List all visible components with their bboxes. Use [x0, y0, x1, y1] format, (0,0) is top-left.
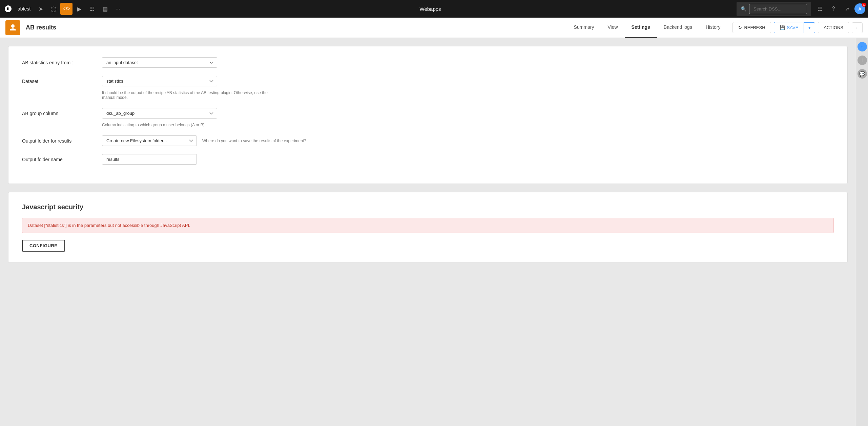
- ab-statistics-select[interactable]: an input dataset: [102, 57, 217, 68]
- webapp-title: Webapps: [420, 6, 441, 12]
- ab-statistics-field: an input dataset: [102, 57, 217, 68]
- dataset-label: Dataset: [22, 76, 97, 84]
- refresh-icon: ↻: [738, 25, 742, 30]
- tab-settings[interactable]: Settings: [625, 18, 657, 38]
- search-icon: 🔍: [741, 6, 746, 12]
- ab-group-label: AB group column: [22, 108, 97, 116]
- sidebar-info-icon[interactable]: i: [857, 56, 867, 65]
- app-icon: [5, 20, 20, 35]
- configure-button[interactable]: CONFIGURE: [22, 240, 65, 252]
- search-bar[interactable]: 🔍: [737, 2, 811, 16]
- refresh-button[interactable]: ↻ REFRESH: [732, 22, 771, 33]
- security-alert: Dataset ["statistics"] is in the paramet…: [22, 218, 834, 233]
- nav-icon-deploy[interactable]: ☷: [86, 3, 98, 15]
- sidebar-chat-icon[interactable]: 💬: [857, 69, 867, 79]
- tab-history[interactable]: History: [699, 18, 727, 38]
- save-button[interactable]: 💾 SAVE: [774, 22, 804, 33]
- top-nav: abtest ➤ ◯ </> ▶ ☷ ▤ ⋯ Webapps 🔍 ☷ ? ➚ A…: [0, 0, 868, 18]
- output-folder-row: Output folder for results Create new Fil…: [22, 135, 834, 146]
- header-bar: AB results Summary View Settings Backend…: [0, 18, 868, 38]
- dataset-row: Dataset statistics It should be the outp…: [22, 76, 834, 100]
- dataset-hint: It should be the output of the recipe AB…: [102, 88, 271, 100]
- sidebar-add-icon[interactable]: +: [857, 42, 867, 51]
- nav-icon-refresh[interactable]: ◯: [47, 3, 60, 15]
- output-folder-label: Output folder for results: [22, 135, 97, 144]
- tab-backend-logs[interactable]: Backend logs: [657, 18, 699, 38]
- header-actions: ↻ REFRESH 💾 SAVE ▼ ACTIONS ←: [732, 22, 863, 33]
- notification-badge: 1: [862, 3, 866, 7]
- nav-icon-more[interactable]: ⋯: [112, 3, 124, 15]
- content-area: AB statistics entry from : an input data…: [0, 38, 856, 426]
- ab-group-select[interactable]: dku_ab_group: [102, 108, 217, 119]
- output-folder-name-row: Output folder name: [22, 154, 834, 165]
- nav-icon-flow[interactable]: ➤: [35, 3, 47, 15]
- ab-statistics-row: AB statistics entry from : an input data…: [22, 57, 834, 68]
- app-logo: [3, 3, 14, 14]
- tab-view[interactable]: View: [601, 18, 625, 38]
- js-security-title: Javascript security: [22, 203, 834, 211]
- save-dropdown-button[interactable]: ▼: [804, 22, 815, 33]
- search-input[interactable]: [749, 4, 807, 14]
- dataset-select[interactable]: statistics: [102, 76, 217, 86]
- output-folder-select[interactable]: Create new Filesystem folder...: [102, 135, 197, 146]
- settings-panel: AB statistics entry from : an input data…: [8, 46, 848, 184]
- help-icon[interactable]: ?: [827, 3, 840, 15]
- ab-group-hint: Column indicating to which group a user …: [102, 121, 271, 127]
- actions-button[interactable]: ACTIONS: [818, 22, 849, 33]
- output-folder-name-label: Output folder name: [22, 154, 97, 162]
- grid-icon[interactable]: ☷: [814, 3, 826, 15]
- save-icon: 💾: [780, 25, 785, 30]
- output-folder-hint: Where do you want to save the results of…: [202, 139, 306, 143]
- javascript-security-panel: Javascript security Dataset ["statistics…: [8, 192, 848, 263]
- main-layout: AB statistics entry from : an input data…: [0, 38, 868, 426]
- nav-icon-code[interactable]: </>: [60, 3, 73, 15]
- security-alert-message: Dataset ["statistics"] is in the paramet…: [28, 223, 828, 228]
- ab-statistics-label: AB statistics entry from :: [22, 57, 97, 65]
- app-title: AB results: [26, 24, 56, 31]
- project-name: abtest: [18, 6, 30, 12]
- output-folder-name-input[interactable]: [102, 154, 197, 165]
- nav-icons: ➤ ◯ </> ▶ ☷ ▤ ⋯: [35, 3, 124, 15]
- nav-icon-play[interactable]: ▶: [73, 3, 85, 15]
- right-icons: ☷ ? ➚ A 1: [814, 3, 865, 15]
- right-sidebar: + i 💬: [856, 38, 868, 426]
- back-button[interactable]: ←: [852, 22, 863, 33]
- nav-center: Webapps: [125, 6, 735, 12]
- nav-right: 🔍 ☷ ? ➚ A 1: [737, 2, 865, 16]
- header-tabs: Summary View Settings Backend logs Histo…: [567, 18, 727, 38]
- nav-icon-monitor[interactable]: ▤: [99, 3, 111, 15]
- stats-icon[interactable]: ➚: [841, 3, 853, 15]
- tab-summary[interactable]: Summary: [567, 18, 601, 38]
- save-button-group: 💾 SAVE ▼: [774, 22, 815, 33]
- ab-group-row: AB group column dku_ab_group Column indi…: [22, 108, 834, 127]
- avatar[interactable]: A 1: [854, 3, 865, 14]
